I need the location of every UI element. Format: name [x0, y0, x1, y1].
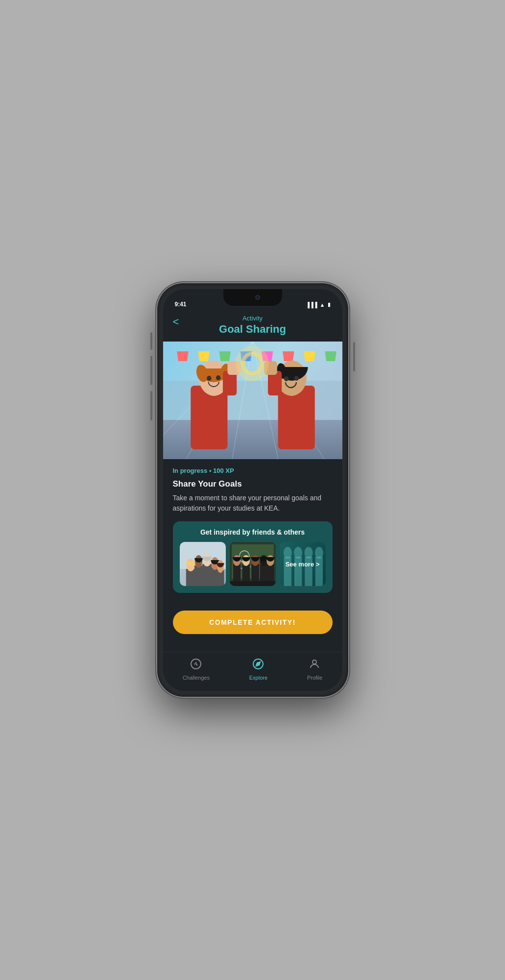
phone-frame: 9:41 ▐▐▐ ▲ ▮ < Activity Goal Sharing In … — [157, 283, 348, 697]
explore-label: Explore — [249, 675, 267, 681]
inspired-box: Get inspired by friends & others See mor… — [173, 521, 333, 593]
scroll-content: < Activity Goal Sharing In progress • 10… — [163, 311, 342, 652]
profile-label: Profile — [307, 675, 322, 681]
explore-icon — [252, 658, 264, 673]
profile-icon — [309, 658, 320, 673]
inspired-title: Get inspired by friends & others — [180, 528, 326, 536]
photo-thumb-1[interactable] — [180, 542, 226, 586]
front-camera — [255, 295, 260, 300]
status-time: 9:41 — [175, 301, 187, 308]
nav-item-profile[interactable]: Profile — [307, 658, 322, 681]
status-icons: ▐▐▐ ▲ ▮ — [306, 301, 330, 308]
svg-marker-2 — [256, 662, 260, 665]
battery-icon: ▮ — [328, 301, 331, 308]
mute-button — [150, 332, 152, 350]
photo-canvas-1 — [180, 542, 226, 586]
see-more-label: See more > — [286, 561, 320, 568]
power-button — [353, 342, 355, 371]
content-area: In progress • 100 XP Share Your Goals Ta… — [163, 459, 342, 611]
photos-row: See more > — [180, 542, 326, 586]
svg-point-3 — [313, 660, 316, 664]
photo-canvas-2 — [230, 542, 276, 586]
complete-activity-button[interactable]: COMPLETE ACTIVITY! — [173, 611, 333, 634]
hero-image — [163, 342, 342, 459]
challenges-icon — [190, 658, 202, 673]
activity-label: Activity — [173, 315, 333, 322]
notch — [223, 289, 282, 306]
page-title: Goal Sharing — [173, 323, 333, 336]
back-button[interactable]: < — [173, 316, 179, 328]
volume-up-button — [150, 356, 152, 385]
signal-icon: ▐▐▐ — [306, 302, 317, 308]
nav-item-explore[interactable]: Explore — [249, 658, 267, 681]
status-badge: In progress • 100 XP — [173, 467, 333, 474]
bottom-nav: Challenges Explore Profi — [163, 652, 342, 691]
wifi-icon: ▲ — [320, 302, 325, 308]
nav-item-challenges[interactable]: Challenges — [183, 658, 210, 681]
section-title: Share Your Goals — [173, 479, 333, 489]
phone-screen: 9:41 ▐▐▐ ▲ ▮ < Activity Goal Sharing In … — [163, 289, 342, 691]
see-more-button[interactable]: See more > — [280, 542, 326, 586]
photo-thumb-2[interactable] — [230, 542, 276, 586]
challenges-label: Challenges — [183, 675, 210, 681]
volume-down-button — [150, 391, 152, 420]
hero-canvas — [163, 342, 342, 459]
page-header: < Activity Goal Sharing — [163, 311, 342, 342]
section-description: Take a moment to share your personal goa… — [173, 493, 333, 514]
